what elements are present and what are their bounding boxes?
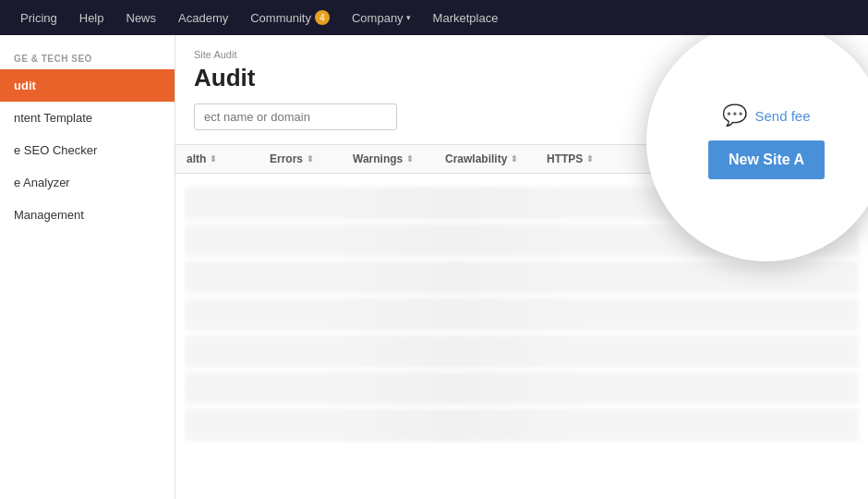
sort-icon-crawlability: ⇕ [511,154,518,164]
table-row [185,408,859,442]
sidebar-item-seo-checker[interactable]: e SEO Checker [0,134,175,166]
col-https-label: HTTPS [547,152,583,165]
sidebar-section-label: GE & TECH SEO [0,44,175,69]
circle-send-feedback: 💬 Send fee [722,103,810,128]
sidebar-item-analyzer[interactable]: e Analyzer [0,166,175,199]
header-area: Site Audit Audit 💬 Send fee New Site A [175,35,868,145]
nav-community-label: Community [250,11,311,25]
table-row [185,298,859,331]
col-errors-label: Errors [270,152,303,165]
table-row [185,261,859,294]
table-row [185,335,859,368]
nav-community[interactable]: Community 4 [239,0,341,35]
nav-company[interactable]: Company ▾ [341,0,422,35]
search-input[interactable] [194,103,397,130]
sidebar-item-audit[interactable]: udit [0,69,175,102]
nav-academy[interactable]: Academy [167,0,239,35]
nav-marketplace[interactable]: Marketplace [422,0,510,35]
col-health-label: alth [187,152,206,165]
chevron-down-icon: ▾ [406,13,411,22]
sort-icon-https: ⇕ [586,154,594,164]
message-icon: 💬 [722,103,747,128]
sort-icon-health: ⇕ [210,154,217,164]
nav-pricing[interactable]: Pricing [9,0,68,35]
col-header-https[interactable]: HTTPS ⇕ [536,152,619,165]
col-header-crawlability[interactable]: Crawlability ⇕ [434,152,536,165]
sidebar-item-management[interactable]: Management [0,199,175,231]
circle-send-feedback-label[interactable]: Send fee [754,108,810,124]
col-header-errors[interactable]: Errors ⇕ [259,152,342,165]
col-header-health[interactable]: alth ⇕ [175,152,259,165]
page-wrapper: GE & TECH SEO udit ntent Template e SEO … [0,35,868,499]
nav-news[interactable]: News [115,0,168,35]
sidebar: GE & TECH SEO udit ntent Template e SEO … [0,35,175,499]
col-warnings-label: Warnings [353,152,403,165]
table-row [185,371,859,405]
community-badge: 4 [315,10,330,25]
nav-company-label: Company [352,11,404,25]
sidebar-item-content-template[interactable]: ntent Template [0,102,175,134]
sort-icon-errors: ⇕ [307,154,314,164]
main-content: Site Audit Audit 💬 Send fee New Site A [175,35,868,499]
col-header-warnings[interactable]: Warnings ⇕ [342,152,434,165]
col-crawlability-label: Crawlability [445,152,507,165]
circle-new-audit-button[interactable]: New Site A [708,140,825,179]
nav-help[interactable]: Help [68,0,115,35]
top-navigation: Pricing Help News Academy Community 4 Co… [0,0,868,35]
sort-icon-warnings: ⇕ [406,154,414,164]
